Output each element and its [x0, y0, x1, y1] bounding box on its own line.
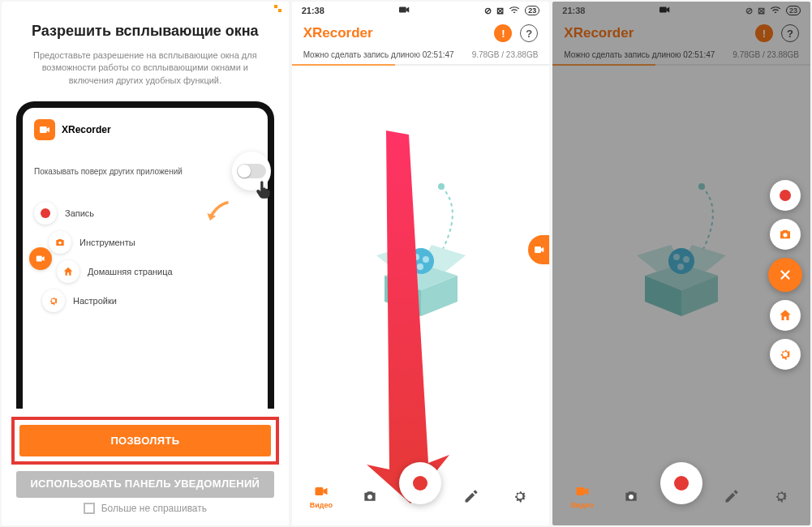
empty-state-canvas — [292, 66, 550, 469]
overlay-permission-label: Показывать поверх других приложений — [34, 167, 183, 176]
app-brand: XRecorder — [303, 25, 373, 41]
floating-camera-button[interactable] — [528, 235, 549, 264]
floating-menu-preview: Запись Инструменты Домашняя страница Нас… — [34, 202, 256, 312]
svg-point-20 — [783, 233, 787, 237]
nav-edit[interactable] — [712, 488, 751, 504]
empty-box-illustration — [360, 178, 482, 324]
menu-label: Инструменты — [79, 238, 135, 247]
svg-point-11 — [367, 495, 372, 499]
camera-icon — [49, 231, 71, 254]
bottom-nav: Видео — [292, 469, 550, 525]
svg-rect-3 — [399, 7, 406, 13]
video-anchor-icon — [29, 247, 52, 270]
dialog-description: Предоставьте разрешение на всплывающие о… — [16, 49, 274, 87]
nav-video-label: Видео — [570, 501, 593, 509]
svg-rect-10 — [315, 487, 323, 495]
recording-duration-text: Можно сделать запись длиною 02:51:47 — [303, 50, 454, 59]
battery-indicator: 23 — [525, 6, 539, 15]
record-dot-icon — [674, 476, 689, 491]
video-indicator-icon — [399, 6, 410, 15]
storage-text: 9.78GB / 23.88GB — [472, 50, 539, 59]
nav-photo[interactable] — [350, 488, 389, 504]
dnd-icon: ⊘ — [484, 6, 492, 16]
svg-point-7 — [423, 256, 429, 263]
corner-decoration — [274, 5, 281, 11]
menu-item-tools: Инструменты — [49, 231, 256, 254]
bottom-nav: Видео — [552, 469, 810, 525]
wifi-icon — [509, 5, 520, 16]
gear-icon — [42, 289, 65, 312]
nav-video[interactable]: Видео — [563, 483, 602, 509]
nav-settings[interactable] — [762, 488, 801, 504]
record-button[interactable] — [399, 462, 441, 504]
phone-mockup: XRecorder Показывать поверх других прило… — [16, 101, 274, 409]
svg-point-6 — [413, 254, 419, 260]
home-icon — [57, 260, 79, 283]
menu-label: Настройки — [73, 296, 117, 306]
status-bar: 21:38 ⊘ ⊠ 23 — [292, 2, 550, 18]
nav-video-label: Видео — [310, 501, 333, 509]
record-button[interactable] — [660, 462, 702, 504]
record-dot-icon — [413, 476, 427, 491]
alert-icon[interactable]: ! — [494, 24, 512, 42]
svg-point-19 — [629, 495, 634, 499]
overlay-toggle[interactable] — [237, 164, 266, 178]
nav-video[interactable]: Видео — [302, 483, 341, 509]
dialog-title: Разрешить всплывающие окна — [16, 23, 274, 40]
app-header-row: XRecorder — [34, 119, 256, 140]
close-box-icon: ⊠ — [496, 6, 504, 16]
fab-home[interactable] — [770, 300, 801, 331]
fab-settings[interactable] — [770, 339, 801, 370]
fab-camera[interactable] — [770, 219, 801, 250]
dont-ask-row[interactable]: Больше не спрашивать — [16, 503, 274, 514]
svg-point-1 — [58, 242, 62, 245]
overlay-permission-row: Показывать поверх других приложений — [34, 152, 256, 191]
allow-button-highlight: ПОЗВОЛЯТЬ — [11, 417, 279, 465]
svg-point-4 — [438, 183, 445, 190]
recording-info-bar: Можно сделать запись длиною 02:51:47 9.7… — [292, 47, 550, 64]
floating-action-menu — [768, 180, 802, 370]
fab-record[interactable] — [770, 180, 801, 211]
status-time: 21:38 — [302, 6, 324, 15]
app-name: XRecorder — [62, 124, 111, 135]
permission-dialog-pane: Разрешить всплывающие окна Предоставьте … — [2, 2, 289, 525]
svg-rect-2 — [37, 256, 42, 262]
app-header: XRecorder ! ? — [292, 18, 550, 47]
nav-edit[interactable] — [452, 488, 491, 504]
menu-label: Домашняя страница — [88, 267, 173, 276]
xrecorder-app-icon — [34, 119, 55, 140]
svg-rect-18 — [576, 487, 584, 495]
allow-button[interactable]: ПОЗВОЛЯТЬ — [19, 425, 271, 456]
help-icon[interactable]: ? — [520, 24, 538, 42]
record-dot-icon — [780, 190, 791, 201]
curved-arrow-icon — [203, 199, 232, 228]
fab-close[interactable] — [768, 258, 802, 292]
pointing-hand-icon — [253, 179, 274, 200]
nav-settings[interactable] — [501, 488, 539, 504]
toggle-highlight — [232, 152, 271, 191]
nav-photo[interactable] — [612, 488, 651, 504]
svg-point-5 — [408, 248, 434, 274]
checkbox-icon[interactable] — [84, 503, 95, 514]
menu-label: Запись — [65, 208, 94, 218]
use-notification-panel-button[interactable]: ИСПОЛЬЗОВАТЬ ПАНЕЛЬ УВЕДОМЛЕНИЙ — [16, 471, 274, 498]
svg-point-8 — [417, 264, 423, 270]
record-icon — [34, 202, 57, 225]
menu-item-home: Домашняя страница — [57, 260, 256, 283]
app-main-pane: 21:38 ⊘ ⊠ 23 XRecorder ! ? Можно сделать… — [292, 2, 550, 525]
dont-ask-label: Больше не спрашивать — [101, 503, 207, 514]
svg-rect-0 — [40, 126, 47, 133]
menu-item-settings: Настройки — [42, 289, 256, 312]
svg-rect-9 — [535, 246, 541, 253]
app-overlay-pane: 21:38 ⊘ ⊠ 23 XRecorder ! ? Можно сделать… — [552, 2, 810, 525]
